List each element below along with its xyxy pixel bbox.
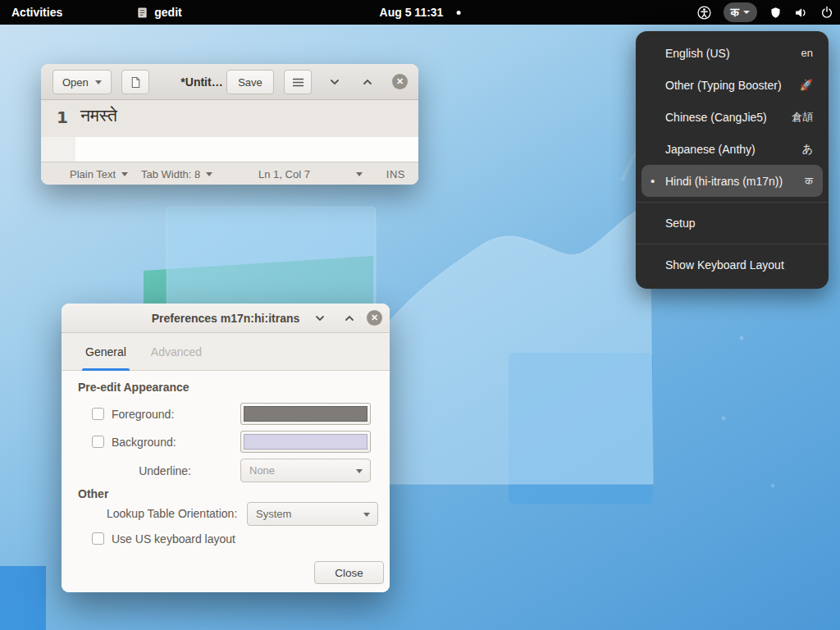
close-button[interactable]: ✕ — [367, 310, 382, 326]
chevron-down-button[interactable] — [308, 309, 332, 327]
lookup-orientation-value: System — [256, 508, 291, 520]
tab-label: General — [85, 345, 126, 358]
new-document-icon — [130, 76, 142, 89]
power-button[interactable] — [820, 6, 833, 19]
menu-item-label: Other (Typing Booster) — [665, 79, 793, 92]
input-source-menu: English (US) en Other (Typing Booster) 🚀… — [636, 31, 829, 289]
volume-button[interactable] — [794, 6, 808, 20]
gedit-header-bar: Open *Untit… Save — [41, 64, 418, 100]
menu-item-setup[interactable]: Setup — [641, 208, 823, 239]
chevron-up-button[interactable] — [337, 309, 362, 327]
menu-item-indicator: 倉頡 — [792, 110, 813, 125]
power-icon — [820, 6, 833, 19]
menu-item-show-keyboard-layout[interactable]: Show Keyboard Layout — [641, 249, 823, 281]
language-selector[interactable]: Plain Text — [70, 162, 128, 185]
preedit-appearance-heading: Pre-edit Appearance — [78, 381, 189, 394]
clock-button[interactable]: Aug 5 11:31 — [380, 0, 461, 25]
top-bar-left: Activities gedit — [0, 0, 192, 25]
menu-item-label: Show Keyboard Layout — [665, 258, 813, 272]
accessibility-menu-button[interactable] — [697, 6, 711, 20]
tab-advanced[interactable]: Advanced — [148, 333, 205, 371]
us-keyboard-label: Use US keyboard layout — [112, 532, 235, 546]
chevron-down-icon — [95, 80, 102, 84]
save-button[interactable]: Save — [226, 70, 274, 94]
goto-line-button[interactable] — [356, 162, 363, 185]
chevron-down-icon — [314, 313, 326, 324]
menu-item-typing-booster[interactable]: Other (Typing Booster) 🚀 — [641, 69, 823, 101]
menu-item-label: Hindi (hi-itrans (m17n)) — [665, 175, 798, 188]
accessibility-icon — [697, 6, 711, 20]
chevron-down-icon — [363, 513, 370, 517]
cursor-position-selector[interactable]: Ln 1, Col 7 — [258, 162, 310, 185]
gedit-status-bar: Plain Text Tab Width: 8 Ln 1, Col 7 INS — [41, 162, 418, 185]
document-text: नमस्ते — [80, 106, 117, 126]
menu-separator — [636, 244, 829, 244]
app-menu-label: gedit — [154, 6, 181, 19]
menu-item-indicator: あ — [802, 142, 813, 157]
text-editor-area[interactable]: 1 नमस्ते — [41, 100, 418, 162]
menu-item-english-us[interactable]: English (US) en — [641, 37, 823, 69]
activities-button[interactable]: Activities — [0, 0, 74, 25]
app-menu-button[interactable]: gedit — [126, 0, 191, 25]
shield-icon — [769, 7, 782, 19]
foreground-label: Foreground: — [112, 408, 174, 421]
notification-dot — [456, 11, 460, 15]
menu-item-indicator: 🚀 — [800, 79, 813, 91]
menu-item-label: English (US) — [665, 47, 795, 60]
menu-separator — [636, 202, 829, 203]
ibus-preferences-dialog: Preferences m17n:hi:itrans ✕ General Adv… — [62, 304, 390, 592]
tab-general[interactable]: General — [82, 333, 130, 371]
lookup-orientation-dropdown[interactable]: System — [247, 502, 378, 526]
tab-width-label: Tab Width: 8 — [141, 168, 200, 180]
top-bar: Activities gedit Aug 5 11:31 — [0, 0, 840, 25]
background-label: Background: — [112, 436, 176, 449]
lookup-orientation-label: Lookup Table Orientation: — [107, 507, 237, 520]
chevron-down-icon — [356, 469, 363, 473]
speaker-icon — [794, 6, 808, 20]
open-button[interactable]: Open — [52, 70, 112, 94]
line-number: 1 — [41, 107, 68, 127]
input-source-indicator-button[interactable]: क — [724, 2, 758, 22]
underline-value: None — [249, 464, 275, 477]
menu-button[interactable] — [284, 70, 312, 94]
overwrite-mode-label: INS — [386, 162, 405, 185]
tab-label: Advanced — [151, 345, 202, 358]
chevron-down-button[interactable] — [322, 73, 348, 91]
us-keyboard-checkbox[interactable] — [92, 532, 104, 545]
chevron-down-icon — [356, 172, 363, 176]
chevron-down-icon — [121, 172, 128, 176]
active-bullet-icon: • — [651, 174, 655, 188]
foreground-checkbox[interactable] — [92, 408, 104, 420]
close-button[interactable]: ✕ — [392, 74, 408, 89]
menu-item-japanese-anthy[interactable]: Japanese (Anthy) あ — [641, 133, 823, 165]
menu-item-label: Setup — [665, 217, 813, 230]
menu-item-indicator: en — [801, 47, 813, 59]
foreground-color-swatch — [244, 406, 368, 422]
open-button-label: Open — [62, 76, 89, 89]
menu-item-hindi-itrans[interactable]: • Hindi (hi-itrans (m17n)) क — [641, 165, 823, 197]
underline-dropdown[interactable]: None — [240, 459, 371, 482]
tab-width-selector[interactable]: Tab Width: 8 — [141, 162, 212, 185]
chevron-down-icon — [206, 172, 212, 176]
foreground-color-button[interactable] — [240, 403, 371, 425]
menu-item-indicator: क — [805, 175, 813, 188]
other-heading: Other — [78, 487, 108, 500]
background-color-button[interactable] — [240, 431, 371, 453]
system-status-area: क — [697, 0, 834, 25]
background-checkbox[interactable] — [92, 436, 104, 448]
input-source-indicator-label: क — [731, 6, 740, 20]
preferences-content: Pre-edit Appearance Foreground: Backgrou… — [62, 371, 390, 592]
chevron-up-icon — [344, 313, 355, 324]
language-label: Plain Text — [70, 168, 116, 180]
menu-item-chinese-cangjie5[interactable]: Chinese (CangJie5) 倉頡 — [641, 101, 823, 133]
chevron-up-button[interactable] — [354, 73, 381, 91]
menu-item-label: Chinese (CangJie5) — [665, 111, 785, 124]
privacy-indicator-button[interactable] — [769, 7, 782, 19]
underline-label: Underline: — [78, 464, 191, 477]
dialog-close-button[interactable]: Close — [314, 561, 384, 584]
menu-item-label: Japanese (Anthy) — [665, 143, 796, 156]
preferences-tab-bar: General Advanced — [62, 333, 390, 371]
hamburger-icon — [292, 77, 304, 88]
cursor-position-label: Ln 1, Col 7 — [258, 168, 310, 180]
new-document-button[interactable] — [121, 70, 149, 94]
